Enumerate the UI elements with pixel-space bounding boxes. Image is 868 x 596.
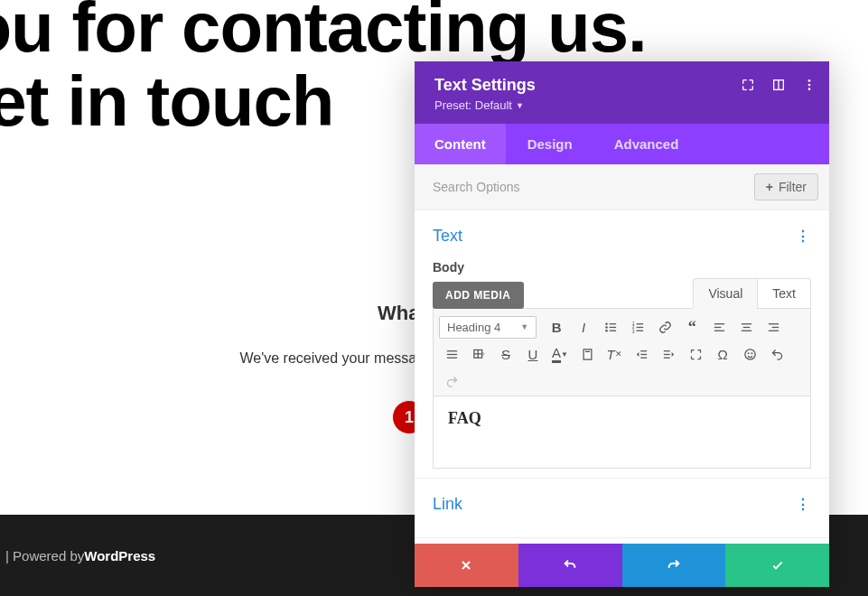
format-select[interactable]: Heading 4 ▼: [439, 316, 537, 339]
svg-rect-35: [640, 353, 647, 354]
discard-button[interactable]: [415, 544, 518, 587]
svg-rect-33: [585, 350, 590, 351]
check-icon: [770, 558, 785, 573]
svg-rect-10: [609, 330, 616, 331]
annotation-number: 1: [405, 408, 414, 427]
footer-text: | Powered by: [5, 548, 84, 563]
snap-icon[interactable]: [771, 78, 786, 92]
panel-sections[interactable]: Text ⋮ Body ADD MEDIA Visual Text Headin…: [415, 210, 829, 544]
redo-icon: [667, 558, 681, 573]
undo-icon: [563, 558, 577, 573]
indent-icon[interactable]: [656, 341, 681, 367]
caret-down-icon: ▼: [516, 101, 524, 110]
svg-point-2: [808, 79, 811, 82]
svg-rect-23: [769, 323, 779, 324]
svg-rect-32: [583, 349, 592, 359]
svg-point-3: [808, 84, 811, 87]
tab-design[interactable]: Design: [508, 124, 593, 164]
panel-action-bar: [415, 544, 829, 587]
svg-rect-22: [742, 330, 751, 331]
undo-button[interactable]: [518, 544, 622, 587]
svg-point-7: [605, 326, 608, 329]
editor-mode-text[interactable]: Text: [757, 278, 811, 309]
format-select-label: Heading 4: [447, 321, 500, 334]
save-button[interactable]: [725, 544, 829, 587]
editor-mode-tabs: Visual Text: [693, 278, 811, 309]
svg-rect-36: [640, 357, 647, 358]
footer-brand: WordPress: [84, 548, 155, 563]
section-menu-icon[interactable]: ⋮: [796, 228, 811, 245]
align-left-icon[interactable]: [706, 314, 732, 340]
section-link: Link ⋮: [415, 479, 829, 538]
blockquote-icon[interactable]: “: [679, 314, 705, 340]
link-icon[interactable]: [652, 314, 677, 340]
search-row: + Filter: [415, 164, 829, 210]
svg-rect-27: [446, 353, 456, 354]
svg-point-9: [605, 330, 608, 332]
table-icon[interactable]: [466, 341, 491, 367]
svg-rect-38: [663, 353, 669, 354]
section-title-link: Link: [433, 495, 462, 514]
svg-point-42: [751, 352, 752, 354]
panel-header[interactable]: Text Settings Preset: Default ▼: [415, 61, 829, 124]
editor-content: FAQ: [448, 409, 481, 427]
italic-icon[interactable]: I: [571, 314, 596, 340]
preset-selector[interactable]: Preset: Default ▼: [434, 98, 524, 112]
search-input[interactable]: [433, 180, 664, 194]
svg-rect-19: [714, 330, 724, 331]
tab-content[interactable]: Content: [415, 124, 506, 164]
svg-rect-16: [636, 330, 643, 331]
section-title-text: Text: [433, 227, 462, 246]
undo-icon[interactable]: [764, 341, 789, 367]
close-icon: [459, 558, 473, 573]
svg-point-41: [747, 352, 749, 354]
expand-icon[interactable]: [741, 78, 755, 92]
underline-icon[interactable]: U: [520, 341, 546, 367]
settings-panel: Text Settings Preset: Default ▼ Content …: [415, 61, 829, 587]
outdent-icon[interactable]: [629, 341, 654, 367]
svg-point-4: [808, 88, 811, 90]
bold-icon[interactable]: B: [544, 314, 569, 340]
more-icon[interactable]: [802, 78, 817, 92]
special-char-icon[interactable]: Ω: [710, 341, 735, 367]
svg-point-40: [744, 349, 754, 359]
svg-rect-14: [636, 326, 643, 327]
section-head[interactable]: Text ⋮: [433, 227, 811, 246]
filter-button[interactable]: + Filter: [754, 173, 818, 200]
hero-line-2: 'll get in touch: [0, 61, 334, 141]
align-justify-icon[interactable]: [439, 341, 464, 367]
svg-rect-28: [446, 357, 456, 358]
editor-mode-visual[interactable]: Visual: [693, 278, 757, 309]
body-label: Body: [433, 260, 811, 275]
numbered-list-icon[interactable]: 123: [625, 314, 650, 340]
svg-rect-25: [769, 330, 779, 331]
preset-label: Preset: Default: [434, 98, 512, 112]
align-center-icon[interactable]: [733, 314, 759, 340]
svg-rect-21: [742, 326, 750, 327]
panel-header-actions: [741, 78, 817, 92]
svg-rect-8: [609, 326, 616, 327]
text-color-icon[interactable]: A▼: [547, 341, 573, 367]
hero-line-1: k you for contacting us.: [0, 0, 647, 67]
section-head[interactable]: Link ⋮: [433, 495, 811, 514]
emoji-icon[interactable]: [737, 341, 762, 367]
editor-body[interactable]: FAQ: [433, 396, 811, 469]
svg-rect-26: [446, 350, 456, 351]
paste-text-icon[interactable]: [574, 341, 600, 367]
bulleted-list-icon[interactable]: [598, 314, 623, 340]
strikethrough-icon[interactable]: S: [493, 341, 518, 367]
tab-advanced[interactable]: Advanced: [594, 124, 699, 164]
editor-toolbar: Heading 4 ▼ B I 123 “ S U A▼ T✕: [433, 308, 811, 396]
caret-down-icon: ▼: [520, 322, 528, 331]
redo-button[interactable]: [622, 544, 726, 587]
svg-rect-24: [771, 326, 779, 327]
add-media-button[interactable]: ADD MEDIA: [433, 282, 524, 309]
align-right-icon[interactable]: [761, 314, 786, 340]
panel-tabs: Content Design Advanced: [415, 124, 829, 164]
svg-point-5: [605, 322, 608, 325]
section-menu-icon[interactable]: ⋮: [796, 496, 811, 513]
clear-formatting-icon[interactable]: T✕: [602, 341, 627, 367]
svg-rect-37: [663, 350, 669, 351]
fullscreen-icon[interactable]: [683, 341, 708, 367]
redo-icon[interactable]: [439, 368, 464, 394]
